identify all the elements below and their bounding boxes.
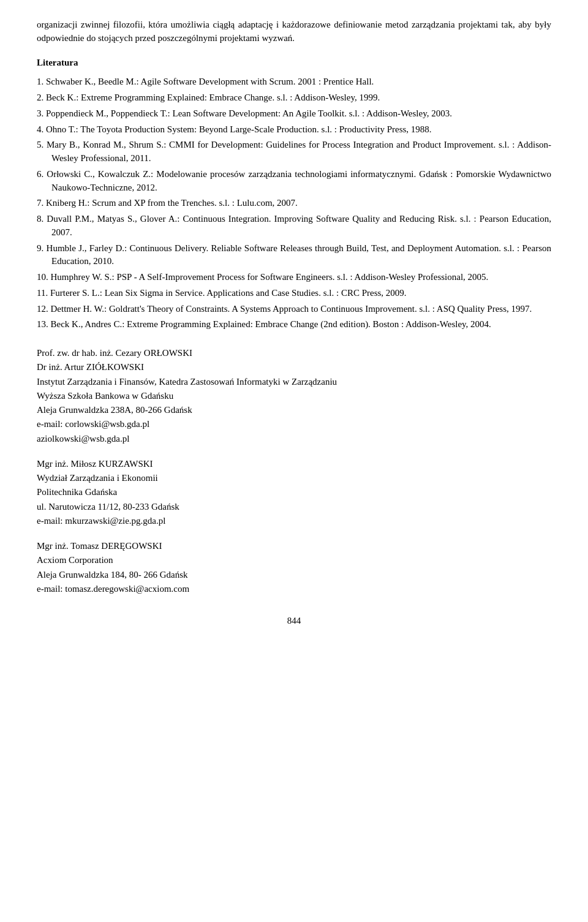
author1-line7: aziolkowski@wsb.gda.pl — [37, 432, 551, 446]
list-item: 4. Ohno T.: The Toyota Production System… — [37, 123, 551, 137]
author1-line6: e-mail: corlowski@wsb.gda.pl — [37, 417, 551, 431]
author2-line3: Politechnika Gdańska — [37, 485, 551, 499]
author3-line4: e-mail: tomasz.deregowski@acxiom.com — [37, 582, 551, 596]
author2-line1: Mgr inż. Miłosz KURZAWSKI — [37, 457, 551, 471]
author3-line1: Mgr inż. Tomasz DERĘGOWSKI — [37, 539, 551, 553]
author1-line2: Dr inż. Artur ZIÓŁKOWSKI — [37, 360, 551, 374]
author2-line5: e-mail: mkurzawski@zie.pg.gda.pl — [37, 514, 551, 528]
list-item: 13. Beck K., Andres C.: Extreme Programm… — [37, 318, 551, 331]
author2-line2: Wydział Zarządzania i Ekonomii — [37, 471, 551, 485]
author2-section: Mgr inż. Miłosz KURZAWSKI Wydział Zarząd… — [37, 457, 551, 528]
list-item: 2. Beck K.: Extreme Programming Explaine… — [37, 91, 551, 105]
authors-block: Prof. zw. dr hab. inż. Cezary ORŁOWSKI D… — [37, 346, 551, 596]
author1-line1: Prof. zw. dr hab. inż. Cezary ORŁOWSKI — [37, 346, 551, 360]
author1-line5: Aleja Grunwaldzka 238A, 80-266 Gdańsk — [37, 403, 551, 417]
list-item: 3. Poppendieck M., Poppendieck T.: Lean … — [37, 107, 551, 121]
list-item: 12. Dettmer H. W.: Goldratt's Theory of … — [37, 303, 551, 316]
author3-line2: Acxiom Corporation — [37, 553, 551, 567]
list-item: 11. Furterer S. L.: Lean Six Sigma in Se… — [37, 287, 551, 300]
literatura-heading: Literatura — [37, 56, 551, 70]
author1-line4: Wyższa Szkoła Bankowa w Gdańsku — [37, 389, 551, 403]
list-item: 8. Duvall P.M., Matyas S., Glover A.: Co… — [37, 213, 551, 240]
author3-line3: Aleja Grunwaldzka 184, 80- 266 Gdańsk — [37, 568, 551, 582]
author1-line3: Instytut Zarządzania i Finansów, Katedra… — [37, 375, 551, 389]
author2-line4: ul. Narutowicza 11/12, 80-233 Gdańsk — [37, 500, 551, 514]
page-number: 844 — [37, 614, 551, 628]
list-item: 6. Orłowski C., Kowalczuk Z.: Modelowani… — [37, 168, 551, 195]
list-item: 1. Schwaber K., Beedle M.: Agile Softwar… — [37, 75, 551, 89]
author3-section: Mgr inż. Tomasz DERĘGOWSKI Acxiom Corpor… — [37, 539, 551, 596]
reference-list: 1. Schwaber K., Beedle M.: Agile Softwar… — [37, 75, 551, 331]
intro-paragraph: organizacji zwinnej filozofii, która umo… — [37, 18, 551, 45]
author1-section: Prof. zw. dr hab. inż. Cezary ORŁOWSKI D… — [37, 346, 551, 446]
list-item: 10. Humphrey W. S.: PSP - A Self-Improve… — [37, 271, 551, 284]
list-item: 5. Mary B., Konrad M., Shrum S.: CMMI fo… — [37, 138, 551, 165]
list-item: 7. Kniberg H.: Scrum and XP from the Tre… — [37, 197, 551, 210]
list-item: 9. Humble J., Farley D.: Continuous Deli… — [37, 242, 551, 269]
